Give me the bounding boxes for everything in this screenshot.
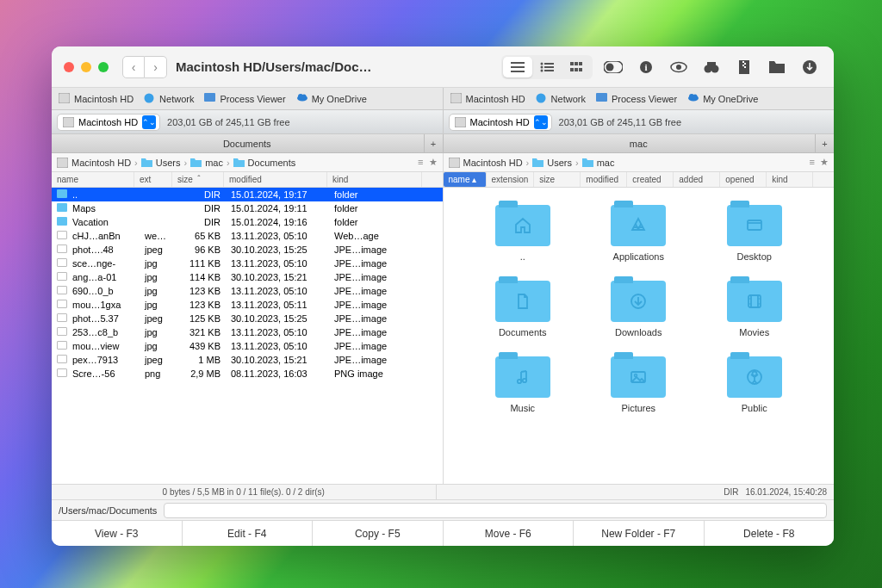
close-window-button[interactable] [64, 62, 74, 72]
svg-rect-35 [596, 93, 607, 102]
file-name: phot…5.37 [67, 313, 140, 324]
file-row[interactable]: sce…nge-jpg111 KB13.11.2023, 05:10JPE…im… [52, 257, 443, 270]
folder-toolbar-icon[interactable] [765, 57, 789, 77]
column-header-modified[interactable]: modified [224, 172, 327, 187]
view-mode-grid[interactable] [562, 57, 591, 77]
file-row[interactable]: 253…c8_bjpg321 KB13.11.2023, 05:10JPE…im… [52, 325, 443, 339]
binoculars-icon[interactable] [699, 57, 724, 77]
file-row[interactable]: Scre…-56png2,9 MB08.11.2023, 16:03PNG im… [52, 367, 443, 381]
drive-tab[interactable]: Macintosh HD [59, 93, 134, 104]
list-items-icon [540, 62, 554, 72]
column-header-opened[interactable]: opened [720, 172, 767, 187]
file-row[interactable]: phot….48jpeg96 KB30.10.2023, 15:25JPE…im… [52, 243, 443, 257]
column-header-size[interactable]: size ˆ [172, 172, 224, 187]
column-header-name[interactable]: name [52, 172, 134, 187]
file-row[interactable]: VacationDIR15.01.2024, 19:16folder [52, 215, 443, 229]
new-tab-right-button[interactable]: + [815, 134, 834, 152]
folder-item[interactable]: Movies [701, 281, 809, 337]
pane-header-left[interactable]: Documents + [52, 134, 444, 153]
file-row[interactable]: pex…7913jpeg1 MB30.10.2023, 15:21JPE…ima… [52, 353, 443, 367]
view-mode-bars[interactable] [503, 57, 532, 77]
breadcrumb-item[interactable]: Documents [248, 158, 296, 168]
view-mode-list[interactable] [532, 57, 562, 77]
folder-label: Documents [499, 327, 547, 337]
folder-item[interactable]: Documents [469, 281, 577, 337]
list-small-icon[interactable]: ≡ [810, 157, 815, 168]
file-row[interactable]: cHJ…anBnwe…65 KB13.11.2023, 05:10Web…age [52, 229, 443, 243]
zoom-window-button[interactable] [98, 62, 109, 72]
breadcrumb-item[interactable]: Macintosh HD [71, 158, 131, 168]
back-button[interactable]: ‹ [122, 56, 145, 78]
folder-item[interactable]: Downloads [585, 281, 693, 337]
breadcrumb-left: Macintosh HD›Users›mac›Documents ≡ ★ [52, 153, 444, 171]
drive-selector-right[interactable]: Macintosh HD ⌃⌄ [449, 114, 552, 131]
toggle-switch-icon[interactable] [601, 57, 625, 77]
function-button[interactable]: Delete - F8 [705, 521, 835, 546]
drive-tab[interactable]: Process Viewer [596, 93, 677, 104]
function-button[interactable]: Copy - F5 [313, 521, 444, 546]
pane-header-right[interactable]: mac + [444, 134, 835, 153]
breadcrumb-item[interactable]: mac [597, 158, 615, 168]
drive-tab[interactable]: Network [144, 93, 194, 104]
drive-tab[interactable]: Network [536, 93, 586, 104]
drive-tab[interactable]: My OneDrive [687, 93, 758, 104]
function-button[interactable]: Move - F6 [444, 521, 575, 546]
drive-tab[interactable]: My OneDrive [296, 93, 367, 104]
path-input[interactable] [164, 503, 827, 518]
function-button[interactable]: View - F3 [52, 521, 183, 546]
folder-item[interactable]: Public [701, 356, 809, 413]
file-row[interactable]: 690…0_bjpg123 KB13.11.2023, 05:10JPE…ima… [52, 284, 443, 298]
breadcrumb-item[interactable]: Users [156, 158, 181, 168]
drive-tab[interactable]: Macintosh HD [450, 93, 525, 104]
file-ext: jpg [140, 286, 174, 296]
hdd-icon [449, 158, 460, 168]
folder-item[interactable]: .. [469, 205, 577, 262]
folder-item[interactable]: Applications [585, 205, 693, 262]
chevron-updown-icon: ⌃⌄ [142, 115, 156, 129]
file-list-pane[interactable]: ..DIR15.01.2024, 19:17folderMapsDIR15.01… [52, 188, 444, 484]
folder-item[interactable]: Pictures [585, 356, 693, 413]
file-row[interactable]: mou…1gxajpg123 KB13.11.2023, 05:11JPE…im… [52, 298, 443, 312]
folder-item[interactable]: Desktop [701, 205, 809, 262]
forward-button[interactable]: › [145, 56, 167, 78]
download-circle-icon[interactable] [798, 57, 822, 77]
file-kind: JPE…image [329, 313, 413, 324]
file-row[interactable]: mou…viewjpg439 KB13.11.2023, 05:10JPE…im… [52, 339, 443, 353]
file-row[interactable]: ..DIR15.01.2024, 19:17folder [52, 188, 443, 201]
preview-icon[interactable] [667, 57, 691, 77]
column-header-created[interactable]: created [627, 172, 674, 187]
column-header-modified[interactable]: modified [581, 172, 627, 187]
info-icon[interactable]: i [634, 57, 658, 77]
breadcrumb-item[interactable]: Users [547, 158, 572, 168]
breadcrumb-item[interactable]: Macintosh HD [463, 158, 523, 168]
column-header-extension[interactable]: extension [487, 172, 535, 187]
drive-tab[interactable]: Process Viewer [204, 93, 285, 104]
drive-selector-left[interactable]: Macintosh HD ⌃⌄ [57, 114, 160, 131]
column-header-kind[interactable]: kind [767, 172, 813, 187]
column-header-size[interactable]: size [534, 172, 581, 187]
column-header-added[interactable]: added [674, 172, 720, 187]
icon-grid-pane[interactable]: ..ApplicationsDesktopDocumentsDownloadsM… [444, 188, 835, 484]
favorite-star-icon[interactable]: ★ [429, 157, 438, 168]
storage-free-left: 203,01 GB of 245,11 GB free [167, 117, 289, 127]
svg-point-32 [301, 95, 306, 99]
column-header-ext[interactable]: ext [134, 172, 172, 187]
folder-item[interactable]: Music [469, 356, 577, 413]
grid-icon [570, 62, 582, 72]
function-button[interactable]: New Folder - F7 [574, 521, 705, 546]
file-row[interactable]: MapsDIR15.01.2024, 19:11folder [52, 201, 443, 215]
file-row[interactable]: phot…5.37jpeg125 KB30.10.2023, 15:25JPE…… [52, 312, 443, 325]
new-tab-left-button[interactable]: + [424, 134, 443, 152]
file-modified: 15.01.2024, 19:17 [226, 189, 329, 200]
column-header-name[interactable]: name ▴ [444, 172, 487, 187]
column-header-kind[interactable]: kind [327, 172, 422, 187]
favorite-star-icon[interactable]: ★ [820, 157, 829, 168]
archive-icon[interactable] [732, 57, 756, 77]
file-modified: 13.11.2023, 05:10 [226, 327, 329, 337]
file-kind: folder [329, 203, 413, 214]
function-button[interactable]: Edit - F4 [183, 521, 314, 546]
minimize-window-button[interactable] [81, 62, 91, 72]
list-small-icon[interactable]: ≡ [418, 157, 423, 168]
file-row[interactable]: ang…a-01jpg114 KB30.10.2023, 15:21JPE…im… [52, 270, 443, 284]
breadcrumb-item[interactable]: mac [205, 158, 223, 168]
